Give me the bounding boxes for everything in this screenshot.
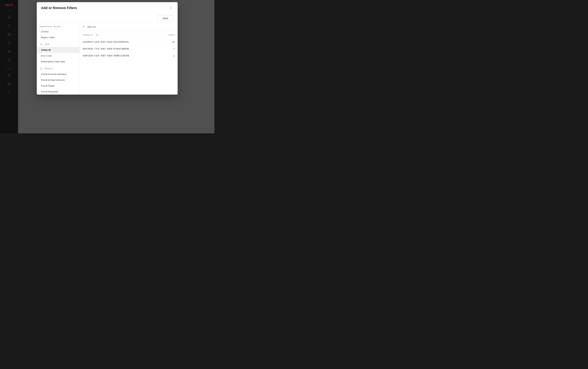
chevron-right-icon: › — [76, 49, 76, 51]
dimensions-label: DIMENSIONS — [40, 26, 52, 27]
dimensions-badge: 0/4 used — [54, 26, 60, 27]
dimension-preroll-played[interactable]: Preroll Played — [37, 83, 79, 89]
result-views-1: 7 — [173, 48, 175, 50]
svg-point-8 — [41, 44, 42, 45]
result-id-2: 5CBF150A-C1CE-4567-84EA-A49BC1C682FB — [83, 55, 129, 57]
result-row-2[interactable]: 5CBF150A-C1CE-4567-84EA-A49BC1C682FB 1 — [80, 52, 178, 59]
view-section-label: VIEW — [44, 43, 49, 45]
modal-close-button[interactable]: × — [168, 6, 173, 10]
results-table: a1b288c3-e3c8-4567-84ed-85e2de09a25c 22 … — [80, 39, 178, 95]
preroll-icon: AD — [40, 67, 43, 70]
modal-title: Add or Remove Filters — [41, 6, 77, 10]
result-row-1[interactable]: 3E87492D-77F3-4567-84CB-07AE4C3B0FDE 7 — [80, 46, 178, 52]
modal-apply-row: Apply — [37, 13, 178, 23]
dimension-country[interactable]: Country — [37, 29, 79, 34]
filter-modal: Add or Remove Filters × Apply DIMENSIONS… — [37, 2, 178, 95]
svg-point-11 — [83, 26, 85, 27]
search-bar — [80, 23, 178, 31]
view-section-header: VIEW — [37, 40, 79, 47]
dimension-preroll-requested[interactable]: Preroll Requested — [37, 89, 79, 95]
views-column-header: VIEWS — [168, 34, 175, 36]
result-views-2: 1 — [173, 55, 175, 57]
result-id-1: 3E87492D-77F3-4567-84CB-07AE4C3B0FDE — [83, 48, 129, 50]
result-id-0: a1b288c3-e3c8-4567-84ed-85e2de09a25c — [83, 41, 129, 43]
dimension-exited-before-video-start[interactable]: Exited Before Video Start — [37, 59, 79, 64]
apply-button[interactable]: Apply — [157, 15, 173, 21]
modal-body: DIMENSIONS 0/4 used Country Region / Sta… — [37, 23, 178, 95]
search-input[interactable] — [87, 26, 175, 28]
dimension-viewer-id[interactable]: Viewer ID › — [37, 47, 79, 53]
svg-text:AD: AD — [41, 68, 42, 69]
preroll-section-label: PREROLL — [44, 68, 54, 70]
modal-header: Add or Remove Filters × — [37, 2, 178, 13]
result-row-0[interactable]: a1b288c3-e3c8-4567-84ed-85e2de09a25c 22 — [80, 39, 178, 46]
dimension-preroll-asset-hostname[interactable]: Preroll Ad Asset Hostname — [37, 71, 79, 77]
dimension-region-state[interactable]: Region / State — [37, 34, 79, 40]
dimension-error-code[interactable]: Error Code — [37, 53, 79, 59]
dimensions-section-header: DIMENSIONS 0/4 used — [37, 23, 79, 29]
search-icon — [83, 25, 85, 28]
dimension-preroll-tag-hostname[interactable]: Preroll Ad Tag Hostname — [37, 77, 79, 83]
result-views-0: 22 — [172, 41, 175, 43]
chevron-down-icon — [98, 34, 100, 36]
preroll-section-header: AD PREROLL — [37, 64, 79, 71]
modal-overlay: Add or Remove Filters × Apply DIMENSIONS… — [0, 0, 214, 133]
viewer-id-column-header: VIEWER ID — [83, 34, 93, 36]
left-panel: DIMENSIONS 0/4 used Country Region / Sta… — [37, 23, 80, 95]
eye-icon — [40, 43, 43, 46]
results-header: VIEWER ID Y VIEWS — [80, 31, 178, 39]
svg-line-12 — [84, 27, 85, 27]
right-panel: VIEWER ID Y VIEWS a1b288c3-e3c8-4567-84e… — [80, 23, 178, 95]
filter-button[interactable]: Y — [94, 33, 102, 37]
filter-icon: Y — [96, 34, 97, 36]
